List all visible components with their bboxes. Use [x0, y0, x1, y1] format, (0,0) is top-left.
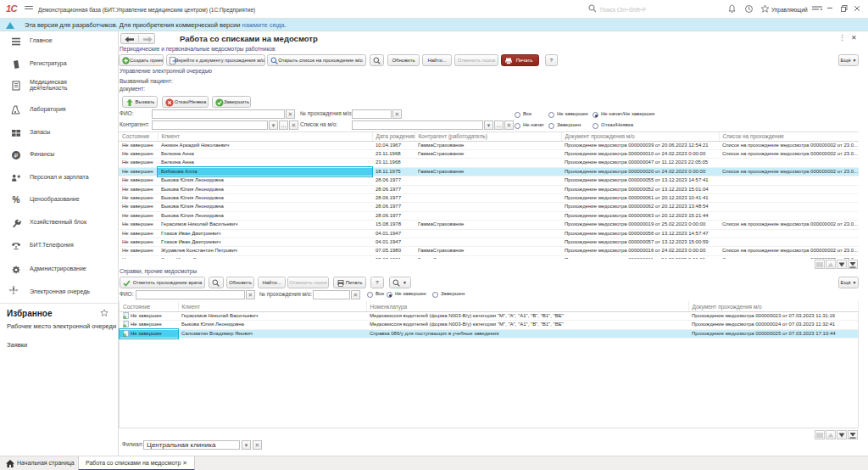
svg-text:₽: ₽ — [14, 152, 19, 159]
